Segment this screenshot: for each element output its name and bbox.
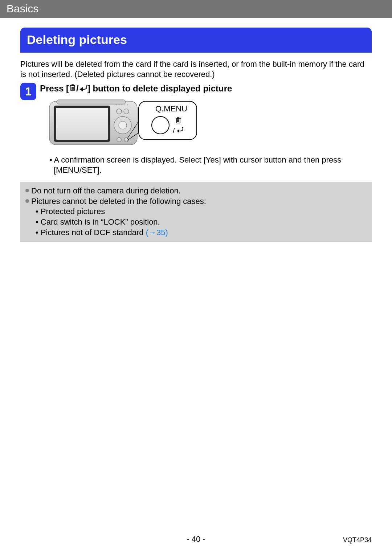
- warning-line-2: Pictures cannot be deleted in the follow…: [25, 196, 367, 207]
- intro-text: Pictures will be deleted from the card i…: [20, 60, 364, 79]
- svg-rect-2: [57, 100, 126, 104]
- warning-sub-3-text: Pictures not of DCF standard: [41, 228, 146, 237]
- step-number-badge: 1: [20, 83, 36, 100]
- page-number: - 40 -: [0, 535, 392, 544]
- section-title-text: Deleting pictures: [27, 33, 127, 46]
- svg-point-5: [117, 109, 122, 114]
- confirmation-text: • A confirmation screen is displayed. Se…: [49, 155, 341, 175]
- step-heading-mid: /: [76, 83, 79, 94]
- svg-point-19: [152, 116, 169, 134]
- svg-text:/: /: [173, 127, 175, 135]
- svg-point-6: [124, 109, 129, 114]
- page-number-text: - 40 -: [187, 535, 205, 544]
- chapter-title: Basics: [7, 3, 38, 15]
- svg-rect-4: [56, 108, 108, 140]
- step-heading-suffix: ] button to delete displayed picture: [87, 83, 232, 94]
- svg-marker-0: [80, 88, 82, 91]
- trash-icon: [69, 83, 76, 94]
- warning-box: Do not turn off the camera during deleti…: [20, 182, 372, 242]
- svg-point-10: [119, 105, 120, 106]
- doc-code-text: VQT4P34: [343, 536, 372, 544]
- intro-paragraph: Pictures will be deleted from the card i…: [20, 59, 372, 79]
- qmenu-label: Q.MENU: [155, 104, 187, 113]
- warning-text-1: Do not turn off the camera during deleti…: [31, 186, 181, 196]
- warning-line-1: Do not turn off the camera during deleti…: [25, 186, 367, 196]
- svg-point-8: [119, 121, 127, 129]
- svg-point-13: [127, 105, 128, 106]
- warning-sub-2: Card switch is in “LOCK” position.: [36, 217, 367, 228]
- camera-illustration: [48, 98, 139, 150]
- ref-link-35[interactable]: (→35): [146, 228, 168, 237]
- warning-sublist: Protected pictures Card switch is in “LO…: [36, 206, 367, 238]
- svg-point-9: [116, 105, 117, 106]
- doc-code: VQT4P34: [343, 536, 372, 544]
- page-content: Deleting pictures Pictures will be delet…: [0, 28, 392, 242]
- step-1-content: Press [ /: [40, 83, 372, 175]
- warning-sub-1: Protected pictures: [36, 206, 367, 217]
- section-title: Deleting pictures: [20, 28, 372, 53]
- step-illustration: Q.MENU /: [48, 98, 372, 150]
- qmenu-callout: Q.MENU /: [139, 98, 199, 144]
- step-number-text: 1: [25, 85, 32, 98]
- svg-point-12: [124, 105, 126, 106]
- warning-sub-3: Pictures not of DCF standard (→35): [36, 228, 367, 238]
- step-heading: Press [ /: [40, 83, 372, 94]
- bullet-icon: [25, 199, 29, 203]
- warning-text-2: Pictures cannot be deleted in the follow…: [31, 196, 206, 207]
- step-heading-prefix: Press [: [40, 83, 69, 94]
- svg-point-14: [117, 138, 121, 142]
- chapter-header: Basics: [0, 0, 392, 18]
- svg-point-11: [122, 105, 123, 106]
- confirmation-note: • A confirmation screen is displayed. Se…: [49, 155, 372, 175]
- bullet-icon: [25, 189, 29, 192]
- return-icon: [79, 83, 87, 94]
- step-1: 1 Press [ /: [20, 83, 372, 175]
